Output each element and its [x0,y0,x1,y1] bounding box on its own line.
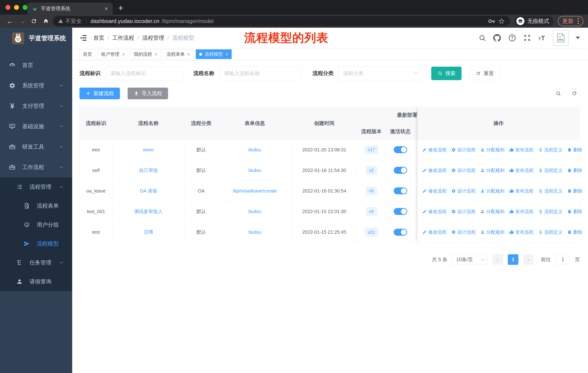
sidebar-item-process-manage[interactable]: 流程管理 [0,177,72,196]
edit-process-link[interactable]: 修改流程 [422,147,447,153]
assign-rule-link[interactable]: 分配规则 [480,188,504,194]
active-toggle[interactable] [394,146,407,153]
menu-fold-icon[interactable] [79,34,87,42]
tag-tenant[interactable]: 租户管理× [98,49,128,59]
edit-process-link[interactable]: 修改流程 [422,188,447,194]
sidebar-item-process-model[interactable]: 流程模型 [0,234,72,253]
sidebar-item-devtools[interactable]: 研发工具 [0,137,72,157]
bookmark-star-icon[interactable] [498,18,505,25]
sidebar-item-leave-query[interactable]: 请假查询 [0,272,72,291]
delete-link[interactable]: 删除 [567,188,582,194]
edit-process-link[interactable]: 修改流程 [422,167,447,173]
search-button[interactable]: 搜索 [431,67,462,80]
minimize-window-button[interactable] [14,5,19,10]
font-size-icon[interactable] [538,34,546,42]
design-process-link[interactable]: 设计流程 [451,188,475,194]
home-icon[interactable] [41,16,51,26]
key-icon[interactable] [488,18,495,25]
avatar-caret-icon[interactable] [576,37,580,39]
delete-link[interactable]: 删除 [567,229,582,235]
import-process-button[interactable]: 导入流程 [128,88,168,99]
address-bar[interactable]: 不安全 dashboard.yudao.iocoder.cn/bpm/manag… [53,16,510,26]
delete-link[interactable]: 删除 [567,209,582,214]
sidebar-item-task-manage[interactable]: 任务管理 [0,253,72,272]
page-1-button[interactable]: 1 [508,254,518,265]
close-window-button[interactable] [5,5,10,10]
assign-rule-link[interactable]: 分配规则 [480,167,504,173]
form-info-link[interactable]: biubiu [248,229,261,235]
publish-process-link[interactable]: 发布流程 [509,188,534,194]
active-toggle[interactable] [394,229,407,236]
process-definition-link[interactable]: 流程定义 [538,147,562,153]
sidebar-item-workflow[interactable]: 工作流程 [0,157,72,177]
active-toggle[interactable] [394,208,407,215]
active-toggle[interactable] [394,187,407,194]
tag-my-process[interactable]: 我的流程× [130,49,161,59]
page-size-select[interactable]: 10条/页 [452,254,488,265]
update-button[interactable]: 更新 [558,16,583,26]
sidebar-item-payment[interactable]: ¥ 支付管理 [0,96,72,116]
sidebar-item-process-form[interactable]: 流程表单 [0,196,72,215]
show-search-button[interactable] [553,88,564,99]
form-info-link[interactable]: biubiu [248,168,261,173]
process-definition-link[interactable]: 流程定义 [538,188,562,194]
active-toggle[interactable] [394,167,407,174]
breadcrumb-process-manage[interactable]: 流程管理 [142,34,164,42]
publish-process-link[interactable]: 发布流程 [509,167,534,173]
design-process-link[interactable]: 设计流程 [451,209,475,214]
zoom-window-button[interactable] [23,5,28,10]
design-process-link[interactable]: 设计流程 [451,167,475,173]
process-name-link[interactable]: 测试多审批人 [134,208,163,215]
publish-process-link[interactable]: 发布流程 [509,229,534,235]
version-badge[interactable]: v17 [365,146,378,154]
window-controls[interactable] [5,5,28,10]
process-name-link[interactable]: 自己审批 [139,167,158,173]
category-select[interactable]: 流程分类 [338,67,423,80]
sidebar-item-system[interactable]: 系统管理 [0,75,72,96]
version-badge[interactable]: v5 [366,187,377,195]
process-definition-link[interactable]: 流程定义 [538,229,562,235]
edit-process-link[interactable]: 修改流程 [422,229,447,235]
assign-rule-link[interactable]: 分配规则 [480,209,504,214]
process-name-link[interactable]: 滔博 [144,229,153,235]
edit-process-link[interactable]: 修改流程 [422,209,447,214]
next-page-button[interactable]: › [523,254,534,265]
goto-page-input[interactable] [556,254,570,265]
publish-process-link[interactable]: 发布流程 [509,147,534,153]
new-tab-button[interactable]: + [118,3,123,13]
prev-page-button[interactable]: ‹ [493,254,503,265]
process-name-link[interactable]: OA 请假 [140,188,157,194]
form-info-link[interactable]: biubiu [248,209,261,214]
version-badge[interactable]: v21 [365,228,378,236]
help-icon[interactable] [508,34,516,42]
search-icon[interactable] [478,34,486,42]
tag-process-model[interactable]: 流程模型× [196,49,232,59]
publish-process-link[interactable]: 发布流程 [509,209,534,214]
reset-button[interactable]: 重置 [470,67,500,80]
assign-rule-link[interactable]: 分配规则 [480,229,504,235]
sidebar-item-home[interactable]: 首页 [0,55,72,75]
github-icon[interactable] [493,34,501,42]
breadcrumb-home[interactable]: 首页 [93,34,104,42]
sidebar-item-user-group[interactable]: 用户分组 [0,215,72,234]
version-badge[interactable]: v4 [366,207,377,216]
close-icon[interactable]: × [225,52,228,57]
delete-link[interactable]: 删除 [567,167,582,173]
sidebar-item-infra[interactable]: 基础设施 [0,116,72,137]
process-definition-link[interactable]: 流程定义 [538,167,562,173]
process-name-input[interactable] [224,71,296,76]
fullscreen-icon[interactable] [523,34,531,42]
avatar[interactable] [553,30,569,46]
design-process-link[interactable]: 设计流程 [451,229,475,235]
version-badge[interactable]: v2 [366,166,377,174]
browser-menu-icon[interactable] [578,18,579,24]
tag-process-form[interactable]: 流程表单× [163,49,193,59]
process-definition-link[interactable]: 流程定义 [538,209,562,214]
create-process-button[interactable]: + 新建流程 [79,88,120,99]
browser-tab[interactable]: 芋道管理系统 × [27,2,113,15]
close-icon[interactable]: × [122,52,125,57]
close-icon[interactable]: × [187,52,190,57]
process-key-input[interactable] [110,71,178,76]
refresh-table-button[interactable] [569,88,580,99]
breadcrumb-workflow[interactable]: 工作流程 [112,34,134,42]
